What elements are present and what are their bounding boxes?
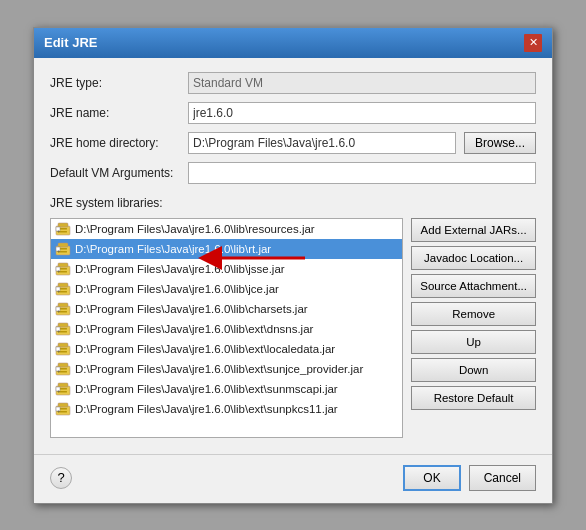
- libraries-label: JRE system libraries:: [50, 196, 536, 210]
- jre-type-input: [188, 72, 536, 94]
- lib-path: D:\Program Files\Java\jre1.6.0\lib\jsse.…: [75, 263, 285, 275]
- svg-text:+: +: [57, 247, 60, 253]
- svg-text:+: +: [57, 307, 60, 313]
- vm-args-input[interactable]: [188, 162, 536, 184]
- svg-text:+: +: [57, 367, 60, 373]
- list-item[interactable]: + D:\Program Files\Java\jre1.6.0\lib\ext…: [51, 359, 402, 379]
- cancel-button[interactable]: Cancel: [469, 465, 536, 491]
- edit-jre-dialog: Edit JRE ✕ JRE type: JRE name: JRE home …: [33, 27, 553, 504]
- svg-rect-55: [58, 403, 68, 407]
- jar-icon: +: [55, 381, 71, 397]
- ok-button[interactable]: OK: [403, 465, 460, 491]
- jre-type-label: JRE type:: [50, 76, 180, 90]
- lib-path: D:\Program Files\Java\jre1.6.0\lib\rt.ja…: [75, 243, 271, 255]
- dialog-title: Edit JRE: [44, 35, 97, 50]
- side-buttons: Add External JARs... Javadoc Location...…: [411, 218, 536, 410]
- jre-name-label: JRE name:: [50, 106, 180, 120]
- lib-path: D:\Program Files\Java\jre1.6.0\lib\ext\s…: [75, 403, 338, 415]
- svg-text:+: +: [57, 327, 60, 333]
- restore-default-button[interactable]: Restore Default: [411, 386, 536, 410]
- jre-type-row: JRE type:: [50, 72, 536, 94]
- up-button[interactable]: Up: [411, 330, 536, 354]
- jar-icon: +: [55, 241, 71, 257]
- jre-home-input[interactable]: [188, 132, 456, 154]
- close-button[interactable]: ✕: [524, 34, 542, 52]
- svg-rect-25: [58, 303, 68, 307]
- javadoc-location-button[interactable]: Javadoc Location...: [411, 246, 536, 270]
- list-item[interactable]: + D:\Program Files\Java\jre1.6.0\lib\rt.…: [51, 239, 402, 259]
- svg-rect-1: [58, 223, 68, 227]
- source-attachment-button[interactable]: Source Attachment...: [411, 274, 536, 298]
- list-item[interactable]: + D:\Program Files\Java\jre1.6.0\lib\jss…: [51, 259, 402, 279]
- lib-path: D:\Program Files\Java\jre1.6.0\lib\jce.j…: [75, 283, 279, 295]
- lib-path: D:\Program Files\Java\jre1.6.0\lib\ext\d…: [75, 323, 313, 335]
- jar-icon: +: [55, 401, 71, 417]
- library-list[interactable]: + D:\Program Files\Java\jre1.6.0\lib\res…: [50, 218, 403, 438]
- svg-text:+: +: [57, 227, 60, 233]
- jar-icon: +: [55, 361, 71, 377]
- list-item[interactable]: + D:\Program Files\Java\jre1.6.0\lib\ext…: [51, 319, 402, 339]
- svg-text:+: +: [57, 347, 60, 353]
- list-item[interactable]: + D:\Program Files\Java\jre1.6.0\lib\jce…: [51, 279, 402, 299]
- list-item[interactable]: + D:\Program Files\Java\jre1.6.0\lib\res…: [51, 219, 402, 239]
- svg-rect-13: [58, 263, 68, 267]
- lib-path: D:\Program Files\Java\jre1.6.0\lib\ext\s…: [75, 383, 338, 395]
- dialog-body: JRE type: JRE name: JRE home directory: …: [34, 58, 552, 448]
- browse-button[interactable]: Browse...: [464, 132, 536, 154]
- jar-icon: +: [55, 261, 71, 277]
- list-wrapper: + D:\Program Files\Java\jre1.6.0\lib\res…: [50, 218, 403, 438]
- ok-cancel-buttons: OK Cancel: [403, 465, 536, 491]
- title-bar: Edit JRE ✕: [34, 28, 552, 58]
- jar-icon: +: [55, 301, 71, 317]
- svg-text:+: +: [57, 267, 60, 273]
- svg-rect-31: [58, 323, 68, 327]
- list-item[interactable]: + D:\Program Files\Java\jre1.6.0\lib\cha…: [51, 299, 402, 319]
- lib-path: D:\Program Files\Java\jre1.6.0\lib\ext\s…: [75, 363, 363, 375]
- add-external-jars-button[interactable]: Add External JARs...: [411, 218, 536, 242]
- svg-rect-37: [58, 343, 68, 347]
- jre-home-row: JRE home directory: Browse...: [50, 132, 536, 154]
- lib-path: D:\Program Files\Java\jre1.6.0\lib\resou…: [75, 223, 315, 235]
- libraries-area: + D:\Program Files\Java\jre1.6.0\lib\res…: [50, 218, 536, 438]
- list-item[interactable]: + D:\Program Files\Java\jre1.6.0\lib\ext…: [51, 399, 402, 419]
- lib-path: D:\Program Files\Java\jre1.6.0\lib\ext\l…: [75, 343, 335, 355]
- jar-icon: +: [55, 321, 71, 337]
- lib-path: D:\Program Files\Java\jre1.6.0\lib\chars…: [75, 303, 308, 315]
- svg-rect-43: [58, 363, 68, 367]
- jre-home-label: JRE home directory:: [50, 136, 180, 150]
- svg-text:+: +: [57, 387, 60, 393]
- list-item[interactable]: + D:\Program Files\Java\jre1.6.0\lib\ext…: [51, 339, 402, 359]
- svg-rect-19: [58, 283, 68, 287]
- jar-icon: +: [55, 281, 71, 297]
- vm-args-label: Default VM Arguments:: [50, 166, 180, 180]
- svg-text:+: +: [57, 407, 60, 413]
- bottom-bar: ? OK Cancel: [34, 454, 552, 503]
- svg-rect-7: [58, 243, 68, 247]
- jar-icon: +: [55, 341, 71, 357]
- list-item[interactable]: + D:\Program Files\Java\jre1.6.0\lib\ext…: [51, 379, 402, 399]
- jre-name-row: JRE name:: [50, 102, 536, 124]
- jar-icon: +: [55, 221, 71, 237]
- jre-name-input[interactable]: [188, 102, 536, 124]
- remove-button[interactable]: Remove: [411, 302, 536, 326]
- svg-rect-49: [58, 383, 68, 387]
- help-button[interactable]: ?: [50, 467, 72, 489]
- vm-args-row: Default VM Arguments:: [50, 162, 536, 184]
- down-button[interactable]: Down: [411, 358, 536, 382]
- svg-text:+: +: [57, 287, 60, 293]
